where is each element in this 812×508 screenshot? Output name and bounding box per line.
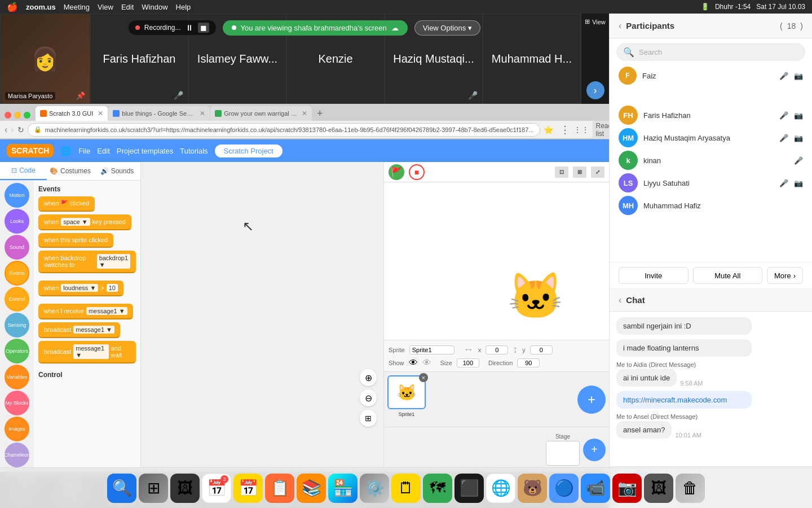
scratch-nav-edit[interactable]: Edit (97, 147, 109, 155)
collapse-chat-icon[interactable]: ‹ (619, 295, 621, 305)
cat-variables[interactable]: Variables (5, 365, 29, 389)
code-tab[interactable]: ⊡Code (0, 162, 47, 180)
nav-back-btn[interactable]: ‹ (5, 125, 7, 135)
view-options-button[interactable]: View Options ▾ (414, 20, 480, 36)
block-broadcast[interactable]: broadcast message1 ▼ (38, 322, 120, 338)
cat-control[interactable]: Control (5, 287, 29, 312)
invite-btn[interactable]: Invite (619, 267, 689, 284)
dock-photo-booth[interactable]: 📷 (612, 474, 642, 503)
dock-gallery[interactable]: 🖼 (170, 474, 200, 503)
play-btn[interactable]: 🚩 (389, 164, 404, 180)
center-view-btn[interactable]: ⊞ (360, 410, 377, 427)
stop-btn[interactable]: ■ (409, 164, 425, 180)
win-close-btn[interactable] (5, 112, 11, 119)
block-sprite-clicked[interactable]: when this sprite clicked (38, 233, 113, 248)
large-stage-btn[interactable]: ⊞ (573, 167, 586, 178)
dock-appstore[interactable]: 🏪 (328, 474, 358, 503)
cat-looks[interactable]: Looks (5, 209, 29, 234)
small-stage-btn[interactable]: ⊡ (555, 167, 568, 178)
stop-recording-icon[interactable]: ◼ (198, 23, 209, 33)
tab-close-google[interactable]: ✕ (200, 110, 205, 117)
delete-sprite-btn[interactable]: × (419, 373, 428, 382)
block-receive[interactable]: when I receive message1 ▼ (38, 304, 133, 319)
bookmark-icon[interactable]: ⭐ (544, 125, 553, 134)
dock-books[interactable]: 📚 (297, 474, 326, 503)
dock-chrome[interactable]: 🌐 (486, 474, 515, 503)
x-input[interactable] (486, 345, 508, 354)
dock-notes[interactable]: 📅 (233, 474, 263, 503)
dock-image-capture[interactable]: 🖼 (644, 474, 673, 503)
block-when-clicked[interactable]: when 🚩 clicked (38, 196, 95, 212)
scratch-nav-file[interactable]: File (78, 147, 90, 155)
cat-events[interactable]: Events (5, 261, 29, 286)
block-backdrop-switches[interactable]: when backdrop switches to backdrop1 ▼ (38, 251, 136, 273)
cat-operators[interactable]: Operators (5, 339, 29, 364)
dock-terminal[interactable]: ⬛ (454, 474, 484, 503)
apps-icon[interactable]: ⋮⋮ (573, 125, 589, 134)
dock-calendar[interactable]: 📅 3 (202, 474, 231, 503)
block-key-pressed[interactable]: when space ▼ key pressed (38, 214, 131, 230)
zoom-out-btn[interactable]: ⊖ (360, 389, 377, 406)
dock-bear[interactable]: 🐻 (518, 474, 547, 503)
cat-sensing[interactable]: Sensing (5, 313, 29, 338)
scratch-nav-templates[interactable]: Project templates (117, 147, 173, 155)
dock-zoom[interactable]: 📹 (581, 474, 610, 503)
add-backdrop-btn[interactable]: + (583, 439, 606, 461)
tab-close-scratch[interactable]: ✕ (98, 110, 103, 117)
cat-myblocks[interactable]: My Blocks (5, 391, 29, 415)
browser-tab-warrigal[interactable]: Grow your own warrigal greens - ✕ (210, 106, 312, 121)
stage-thumb[interactable] (546, 441, 580, 466)
dock-firefox[interactable]: 🔵 (549, 474, 579, 503)
cat-chameleon[interactable]: Chameleon (5, 443, 29, 467)
cat-sound[interactable]: Sound (5, 235, 29, 260)
hide-icon[interactable]: 👁 (422, 358, 431, 368)
win-max-btn[interactable] (24, 112, 30, 119)
menu-help[interactable]: Help (176, 3, 191, 11)
more-participants-btn[interactable]: More› (767, 267, 803, 284)
menu-edit[interactable]: Edit (121, 3, 134, 11)
refresh-btn[interactable]: ↻ (17, 125, 24, 134)
scratch-project-name-field[interactable]: Scratch Project (215, 144, 283, 157)
nav-forward-btn[interactable]: › (11, 125, 14, 135)
collapse-participants-icon[interactable]: ‹ (619, 21, 621, 31)
new-tab-btn[interactable]: + (312, 106, 327, 121)
menu-window[interactable]: Window (142, 3, 167, 11)
dock-stickies[interactable]: 🗒 (391, 474, 421, 503)
dock-finder[interactable]: 🔍 (107, 474, 136, 503)
block-loudness[interactable]: when loudness ▼ > 10 (38, 281, 123, 296)
dock-reminders[interactable]: 📋 (265, 474, 294, 503)
add-sprite-btn[interactable]: + (577, 386, 606, 414)
dock-trash[interactable]: 🗑 (676, 474, 705, 503)
tab-close-warrigal[interactable]: ✕ (302, 110, 307, 117)
costumes-tab[interactable]: 🎨Costumes (47, 162, 94, 180)
reading-list-btn[interactable]: Reading list (593, 121, 610, 139)
dock-settings[interactable]: ⚙️ (360, 474, 389, 503)
scratch-globe-menu[interactable]: 🌐 (60, 146, 72, 156)
address-bar[interactable]: 🔒 machinelearningforkids.co.uk/scratch3/… (28, 123, 540, 137)
browser-tab-google[interactable]: blue things - Google Search ✕ (108, 106, 210, 121)
more-browser-btn[interactable]: ⋮ (560, 124, 570, 136)
mute-all-btn[interactable]: Mute All (693, 267, 763, 284)
y-input[interactable] (530, 345, 553, 354)
dock-launchpad[interactable]: ⊞ (139, 474, 168, 503)
cat-motion[interactable]: Motion (5, 183, 29, 208)
menu-view[interactable]: View (98, 3, 113, 11)
scratch-nav-tutorials[interactable]: Tutorials (180, 147, 208, 155)
direction-input[interactable] (517, 358, 540, 367)
dock-maps[interactable]: 🗺 (423, 474, 452, 503)
sprite-name-input[interactable] (409, 345, 454, 354)
win-min-btn[interactable] (14, 112, 21, 119)
search-box[interactable]: 🔍 Search (616, 43, 805, 61)
cat-images[interactable]: Images (5, 417, 29, 441)
apple-icon[interactable]: 🍎 (7, 2, 18, 12)
menu-meeting[interactable]: Meeting (64, 3, 90, 11)
sprite-thumb-sprite1[interactable]: 🐱 × (387, 375, 426, 409)
browser-tab-scratch[interactable]: Scratch 3.0 GUI ✕ (36, 106, 108, 121)
fullscreen-btn[interactable]: ⤢ (591, 167, 604, 178)
pause-recording-icon[interactable]: ⏸ (186, 23, 193, 32)
size-input[interactable] (457, 358, 479, 367)
zoom-in-btn[interactable]: ⊕ (360, 369, 377, 386)
sounds-tab[interactable]: 🔊Sounds (94, 162, 140, 180)
next-participants-btn[interactable]: › (586, 81, 604, 99)
show-icon[interactable]: 👁 (409, 358, 418, 368)
